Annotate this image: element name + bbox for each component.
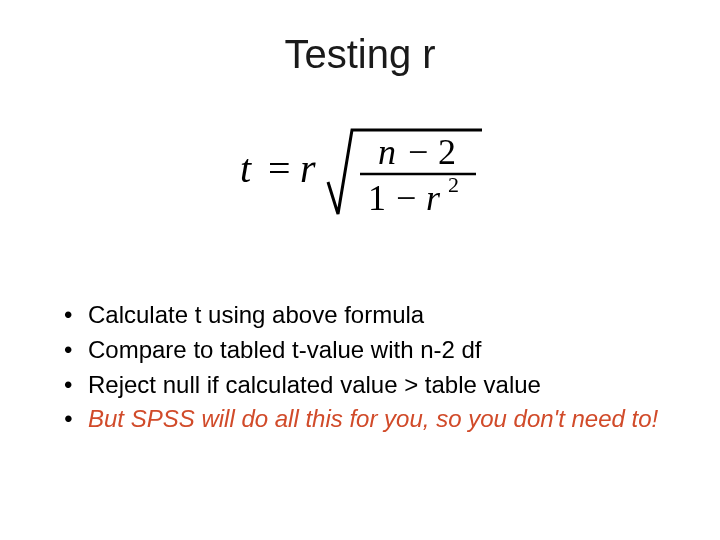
frac-den-1: 1: [368, 178, 386, 218]
bullet-list: Calculate t using above formula Compare …: [60, 298, 660, 437]
slide: Testing r t = r n − 2 1 − r 2: [0, 0, 720, 540]
bullet-item: Reject null if calculated value > table …: [60, 368, 660, 403]
bullet-item: Calculate t using above formula: [60, 298, 660, 333]
frac-num-n: n: [378, 132, 396, 172]
bullet-item-emphasis: But SPSS will do all this for you, so yo…: [60, 402, 660, 437]
formula-block: t = r n − 2 1 − r 2: [0, 112, 720, 236]
bullet-text: Compare to tabled t-value with n-2 df: [88, 336, 482, 363]
frac-num-minus: −: [408, 132, 428, 172]
formula-svg: t = r n − 2 1 − r 2: [230, 112, 490, 232]
frac-num-2: 2: [438, 132, 456, 172]
frac-den-r: r: [426, 178, 441, 218]
slide-title: Testing r: [0, 32, 720, 77]
bullet-text: Reject null if calculated value > table …: [88, 371, 541, 398]
frac-den-exp: 2: [448, 172, 459, 197]
formula-equals: =: [268, 146, 291, 191]
frac-den-minus: −: [396, 178, 416, 218]
formula-t: t: [240, 146, 252, 191]
bullet-text: But SPSS will do all this for you, so yo…: [88, 405, 658, 432]
formula-r: r: [300, 146, 316, 191]
bullet-item: Compare to tabled t-value with n-2 df: [60, 333, 660, 368]
bullet-text: Calculate t using above formula: [88, 301, 424, 328]
